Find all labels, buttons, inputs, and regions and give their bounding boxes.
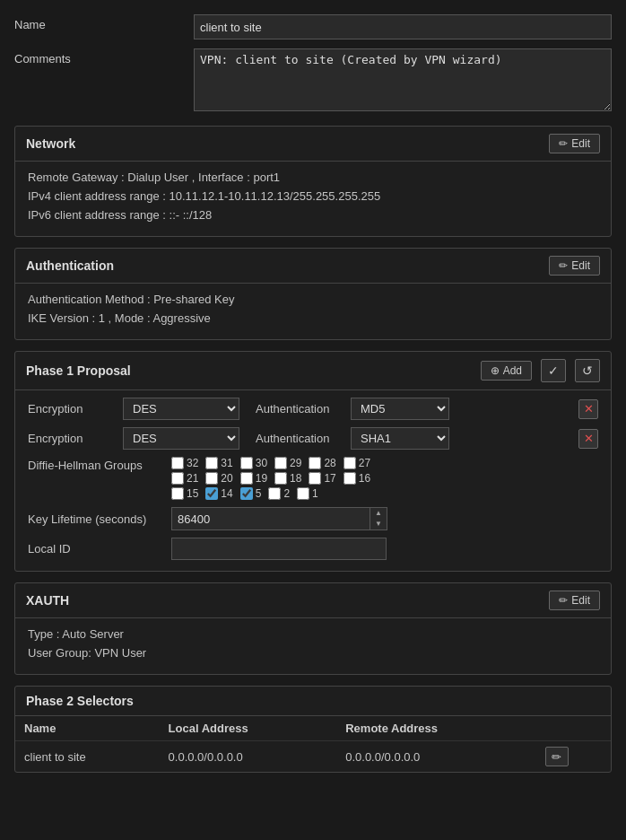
phase2-title: Phase 2 Selectors — [26, 694, 134, 708]
remove-x-icon-1: ✕ — [584, 402, 594, 416]
phase1-title: Phase 1 Proposal — [26, 363, 131, 378]
key-lifetime-label: Key Lifetime (seconds) — [28, 512, 171, 526]
dh-item-2[interactable]: 2 — [268, 487, 290, 500]
dh-item-18[interactable]: 18 — [274, 472, 301, 485]
local-id-label: Local ID — [28, 542, 171, 556]
phase1-rotate-button[interactable]: ↺ — [575, 359, 600, 382]
phase1-body: Encryption DES 3DES AES128 AES256 Authen… — [15, 390, 611, 571]
key-lifetime-input[interactable] — [172, 509, 370, 529]
dh-item-1[interactable]: 1 — [297, 487, 318, 500]
xauth-line2: User Group: VPN User — [28, 646, 598, 660]
dh-item-21[interactable]: 21 — [171, 472, 198, 485]
auth-line2: IKE Version : 1 , Mode : Aggressive — [28, 311, 598, 325]
phase2-table: Name Local Address Remote Address client… — [15, 716, 611, 772]
authentication-body: Authentication Method : Pre-shared Key I… — [15, 284, 611, 339]
dh-item-19[interactable]: 19 — [240, 472, 267, 485]
key-lifetime-down-button[interactable]: ▼ — [370, 519, 387, 529]
dh-item-30[interactable]: 30 — [240, 457, 267, 469]
dh-item-16[interactable]: 16 — [343, 472, 370, 485]
dh-line-1: 32 31 30 29 28 27 — [171, 457, 370, 469]
phase1-check-button[interactable]: ✓ — [541, 359, 566, 382]
dh-item-20[interactable]: 20 — [205, 472, 232, 485]
phase1-header: Phase 1 Proposal ⊕ Add ✓ ↺ — [15, 352, 611, 390]
authentication-section: Authentication ✏ Edit Authentication Met… — [14, 248, 612, 340]
key-lifetime-spinner: ▲ ▼ — [370, 508, 387, 529]
dh-item-31[interactable]: 31 — [205, 457, 232, 469]
add-circle-icon: ⊕ — [491, 364, 500, 377]
dh-line-3: 15 14 5 2 1 — [171, 487, 370, 500]
phase1-section: Phase 1 Proposal ⊕ Add ✓ ↺ Encryption DE… — [14, 351, 612, 572]
dh-item-28[interactable]: 28 — [309, 457, 335, 469]
phase2-header: Phase 2 Selectors — [15, 687, 611, 716]
name-label: Name — [14, 14, 194, 31]
authentication-title: Authentication — [26, 258, 114, 273]
name-input[interactable] — [194, 14, 612, 39]
pencil-icon-xauth: ✏ — [559, 594, 568, 607]
phase1-add-button[interactable]: ⊕ Add — [481, 361, 532, 381]
pencil-icon-phase2: ✏ — [552, 750, 561, 764]
authentication-label-1: Authentication — [256, 402, 345, 416]
comments-label: Comments — [14, 48, 194, 66]
dh-item-29[interactable]: 29 — [274, 457, 301, 469]
network-section: Network ✏ Edit Remote Gateway : Dialup U… — [14, 126, 612, 237]
phase2-section: Phase 2 Selectors Name Local Address Rem… — [14, 686, 612, 773]
pencil-icon-auth: ✏ — [559, 259, 568, 272]
rotate-icon: ↺ — [582, 363, 593, 378]
encryption-label-2: Encryption — [28, 432, 117, 445]
dh-row: Diffie-Hellman Groups 32 31 30 29 28 27 … — [28, 457, 598, 500]
encryption-select-1[interactable]: DES 3DES AES128 AES256 — [123, 398, 239, 420]
remove-x-icon-2: ✕ — [584, 432, 594, 445]
comments-row: Comments VPN: client to site (Created by… — [14, 48, 612, 111]
dh-label: Diffie-Hellman Groups — [28, 457, 171, 472]
phase2-row-name: client to site — [15, 741, 160, 773]
auth-line1: Authentication Method : Pre-shared Key — [28, 293, 598, 306]
xauth-line1: Type : Auto Server — [28, 627, 598, 641]
key-lifetime-input-wrap: ▲ ▼ — [171, 507, 387, 530]
col-local: Local Address — [160, 716, 337, 741]
xauth-body: Type : Auto Server User Group: VPN User — [15, 618, 611, 674]
key-lifetime-up-button[interactable]: ▲ — [370, 508, 387, 519]
network-edit-button[interactable]: ✏ Edit — [549, 134, 600, 153]
phase2-row-action: ✏ — [536, 741, 611, 773]
phase2-row-local: 0.0.0.0/0.0.0.0 — [160, 741, 337, 773]
authentication-select-1[interactable]: MD5 SHA1 SHA256 — [351, 398, 449, 420]
xauth-section: XAUTH ✏ Edit Type : Auto Server User Gro… — [14, 582, 612, 675]
dh-item-17[interactable]: 17 — [309, 472, 335, 485]
remove-row1-button[interactable]: ✕ — [578, 399, 598, 419]
dh-item-32[interactable]: 32 — [171, 457, 198, 469]
col-name: Name — [15, 716, 160, 741]
authentication-header: Authentication ✏ Edit — [15, 249, 611, 284]
network-line2: IPv4 client address range : 10.11.12.1-1… — [28, 189, 598, 203]
network-header: Network ✏ Edit — [15, 127, 611, 162]
xauth-header: XAUTH ✏ Edit — [15, 583, 611, 618]
dh-item-27[interactable]: 27 — [343, 457, 370, 469]
network-line1: Remote Gateway : Dialup User , Interface… — [28, 171, 598, 184]
dh-item-14[interactable]: 14 — [205, 487, 232, 500]
authentication-select-2[interactable]: MD5 SHA1 SHA256 — [351, 427, 449, 450]
name-row: Name — [14, 14, 612, 39]
check-circle-icon: ✓ — [548, 363, 559, 378]
phase2-edit-button[interactable]: ✏ — [545, 747, 569, 766]
encryption-row-1: Encryption DES 3DES AES128 AES256 Authen… — [28, 398, 598, 420]
authentication-label-2: Authentication — [256, 432, 345, 445]
pencil-icon: ✏ — [559, 137, 568, 150]
local-id-row: Local ID — [28, 538, 598, 560]
dh-item-15[interactable]: 15 — [171, 487, 198, 500]
encryption-select-2[interactable]: DES 3DES AES128 AES256 — [123, 427, 239, 450]
encryption-row-2: Encryption DES 3DES AES128 AES256 Authen… — [28, 427, 598, 450]
dh-item-5[interactable]: 5 — [240, 487, 262, 500]
network-line3: IPv6 client address range : ::- ::/128 — [28, 208, 598, 222]
authentication-edit-button[interactable]: ✏ Edit — [549, 256, 600, 276]
local-id-input[interactable] — [171, 538, 387, 560]
network-title: Network — [26, 136, 75, 151]
dh-grid: 32 31 30 29 28 27 21 20 19 18 17 16 — [171, 457, 370, 500]
remove-row2-button[interactable]: ✕ — [578, 429, 598, 449]
xauth-edit-button[interactable]: ✏ Edit — [549, 591, 600, 610]
dh-line-2: 21 20 19 18 17 16 — [171, 472, 370, 485]
table-row: client to site 0.0.0.0/0.0.0.0 0.0.0.0/0… — [15, 741, 611, 773]
network-body: Remote Gateway : Dialup User , Interface… — [15, 162, 611, 236]
col-action — [536, 716, 611, 741]
comments-input[interactable]: VPN: client to site (Created by VPN wiza… — [194, 48, 612, 111]
phase2-row-remote: 0.0.0.0/0.0.0.0 — [336, 741, 535, 773]
xauth-title: XAUTH — [26, 593, 69, 608]
